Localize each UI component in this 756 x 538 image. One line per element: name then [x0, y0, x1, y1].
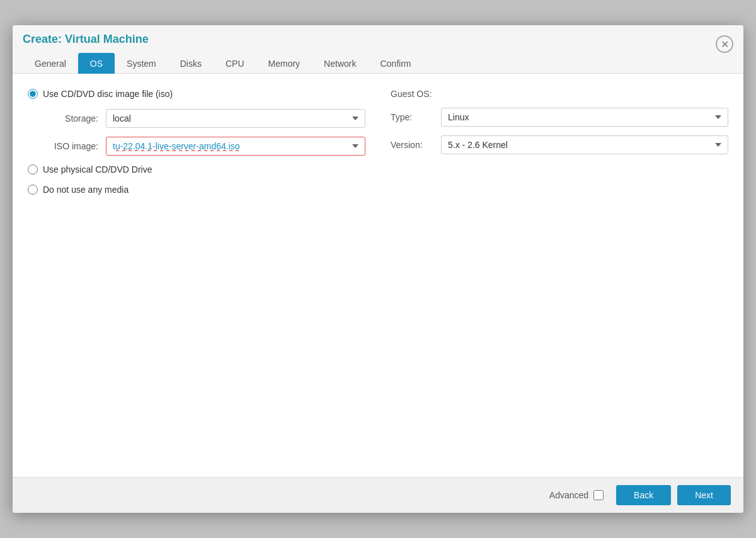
dialog-header: Create: Virtual Machine General OS Syste…: [13, 25, 743, 74]
type-row: Type: Linux Windows Solaris Other: [391, 108, 728, 127]
storage-select[interactable]: local: [106, 109, 365, 128]
no-media-radio[interactable]: [28, 185, 38, 195]
dialog-title-area: Create: Virtual Machine General OS Syste…: [23, 33, 716, 73]
type-label: Type:: [391, 112, 441, 122]
guest-os-label: Guest OS:: [391, 89, 728, 99]
version-row: Version: 5.x - 2.6 Kernel 4.x/3.x/2.6 Ke…: [391, 135, 728, 154]
next-button[interactable]: Next: [677, 485, 731, 505]
close-icon: ✕: [721, 38, 729, 50]
advanced-checkbox[interactable]: [593, 490, 604, 500]
version-select[interactable]: 5.x - 2.6 Kernel 4.x/3.x/2.6 Kernel 2.4 …: [441, 135, 728, 154]
back-button[interactable]: Back: [616, 485, 671, 505]
iso-image-label: ISO image:: [43, 141, 106, 151]
tab-disks[interactable]: Disks: [168, 53, 214, 74]
tab-memory[interactable]: Memory: [256, 53, 312, 74]
storage-label: Storage:: [43, 113, 106, 123]
type-select[interactable]: Linux Windows Solaris Other: [441, 108, 728, 127]
right-section: Guest OS: Type: Linux Windows Solaris Ot…: [391, 89, 728, 205]
tab-os[interactable]: OS: [78, 53, 115, 74]
no-media-option[interactable]: Do not use any media: [28, 185, 365, 195]
use-cdrom-option[interactable]: Use CD/DVD disc image file (iso): [28, 89, 365, 99]
use-physical-radio[interactable]: [28, 164, 38, 175]
iso-image-row: ISO image: tu-22.04.1-live-server-amd64.…: [28, 137, 365, 156]
version-label: Version:: [391, 140, 441, 150]
use-physical-label: Use physical CD/DVD Drive: [43, 164, 152, 175]
iso-image-select[interactable]: tu-22.04.1-live-server-amd64.iso: [106, 137, 365, 156]
content-area: Use CD/DVD disc image file (iso) Storage…: [28, 89, 728, 205]
use-physical-option[interactable]: Use physical CD/DVD Drive: [28, 164, 365, 175]
advanced-label: Advanced: [549, 490, 588, 500]
tab-bar: General OS System Disks CPU Memory Netwo…: [23, 52, 716, 73]
dialog-body: Use CD/DVD disc image file (iso) Storage…: [13, 74, 743, 477]
use-cdrom-radio[interactable]: [28, 89, 38, 99]
storage-row: Storage: local: [28, 109, 365, 128]
tab-confirm[interactable]: Confirm: [368, 53, 423, 74]
tab-system[interactable]: System: [115, 53, 168, 74]
tab-general[interactable]: General: [23, 53, 78, 74]
tab-cpu[interactable]: CPU: [214, 53, 256, 74]
no-media-label: Do not use any media: [43, 185, 129, 195]
create-vm-dialog: Create: Virtual Machine General OS Syste…: [13, 25, 743, 513]
tab-network[interactable]: Network: [312, 53, 368, 74]
left-section: Use CD/DVD disc image file (iso) Storage…: [28, 89, 365, 205]
use-cdrom-label: Use CD/DVD disc image file (iso): [43, 89, 173, 99]
advanced-area: Advanced: [549, 490, 604, 500]
dialog-title: Create: Virtual Machine: [23, 33, 716, 46]
close-button[interactable]: ✕: [716, 35, 733, 53]
dialog-footer: Advanced Back Next: [13, 477, 743, 513]
